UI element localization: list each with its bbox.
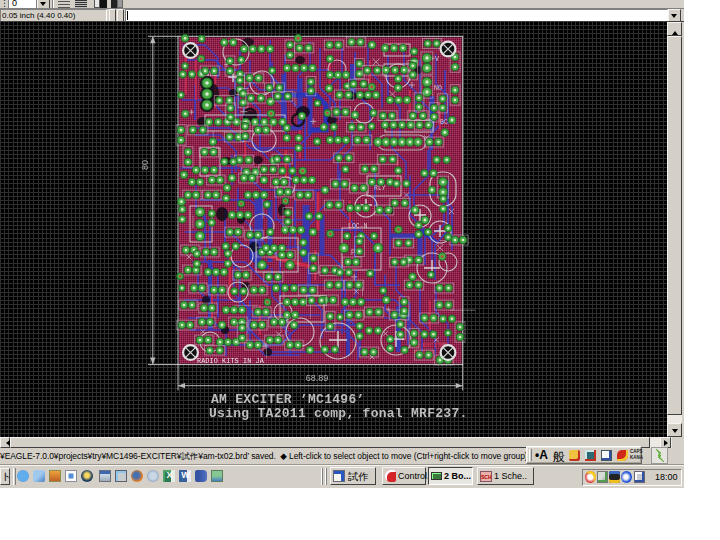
svg-text:AM EXCITER ’MC1496’: AM EXCITER ’MC1496’ [211, 392, 365, 407]
svg-text:NO: NO [434, 85, 442, 92]
svg-text:LOC-N: LOC-N [348, 223, 368, 230]
svg-text:68.89: 68.89 [306, 373, 329, 383]
svg-text:+V: +V [431, 56, 439, 63]
svg-text:80: 80 [140, 160, 150, 170]
svg-text:RADIO KITS IN JA: RADIO KITS IN JA [197, 357, 265, 365]
svg-text:Using TA2011 comp, fonal MRF23: Using TA2011 comp, fonal MRF237. [209, 406, 468, 421]
